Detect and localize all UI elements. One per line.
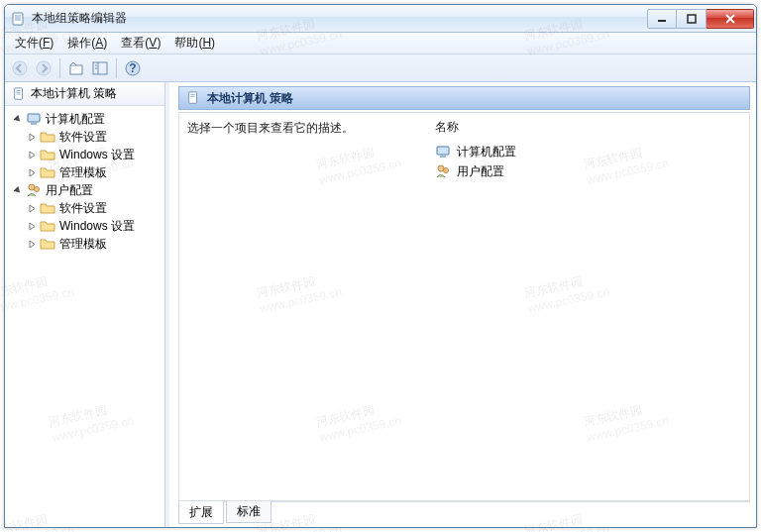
- tree-label: Windows 设置: [57, 147, 137, 163]
- tree-label: 软件设置: [57, 129, 109, 146]
- expand-icon[interactable]: [27, 132, 38, 143]
- computer-icon: [435, 144, 451, 160]
- tree-label: 用户配置: [44, 182, 95, 199]
- tree-root-label: 本地计算机 策略: [31, 85, 117, 102]
- menu-help[interactable]: 帮助(H): [168, 33, 221, 53]
- svg-point-33: [444, 168, 449, 173]
- name-column: 名称 计算机配置 用户配置: [435, 119, 516, 494]
- folder-icon: [40, 147, 55, 162]
- show-hide-tree-button[interactable]: [89, 57, 111, 79]
- svg-point-11: [37, 61, 51, 75]
- column-header-name[interactable]: 名称: [435, 119, 516, 136]
- window-title: 本地组策略编辑器: [32, 10, 647, 27]
- tree-node-windows-settings[interactable]: Windows 设置: [7, 217, 163, 235]
- tree-node-computer-config[interactable]: 计算机配置: [7, 110, 163, 128]
- expand-icon[interactable]: [27, 150, 38, 160]
- tree-label: 软件设置: [57, 200, 109, 217]
- folder-icon: [40, 218, 55, 234]
- expand-icon[interactable]: [27, 221, 38, 232]
- tree-pane: 本地计算机 策略 计算机配置 软件设置: [5, 82, 165, 527]
- tree-node-windows-settings[interactable]: Windows 设置: [7, 146, 163, 163]
- tree-label: Windows 设置: [57, 218, 137, 235]
- back-button[interactable]: [9, 57, 31, 79]
- collapse-icon[interactable]: [13, 114, 24, 125]
- svg-point-10: [13, 61, 27, 75]
- folder-icon: [40, 236, 55, 252]
- toolbar-separator: [116, 58, 117, 78]
- svg-rect-30: [437, 147, 449, 155]
- description-hint: 选择一个项目来查看它的描述。: [187, 119, 395, 137]
- folder-icon: [40, 200, 55, 216]
- svg-rect-24: [31, 123, 37, 125]
- folder-icon: [40, 164, 55, 180]
- close-button[interactable]: [707, 9, 754, 29]
- titlebar: 本地组策略编辑器: [5, 5, 756, 33]
- client-area: 本地计算机 策略 计算机配置 软件设置: [5, 82, 756, 527]
- up-folder-button[interactable]: [65, 57, 87, 79]
- user-icon: [435, 163, 451, 179]
- detail-pane: 本地计算机 策略 选择一个项目来查看它的描述。 名称 计算机配置 用户配置: [169, 82, 756, 527]
- svg-rect-31: [440, 156, 446, 158]
- menu-file[interactable]: 文件(F): [9, 33, 59, 53]
- expand-icon[interactable]: [27, 167, 38, 178]
- tree-header[interactable]: 本地计算机 策略: [5, 82, 164, 106]
- expand-icon[interactable]: [27, 239, 38, 250]
- document-icon: [185, 90, 201, 106]
- toolbar-separator: [59, 58, 60, 78]
- svg-rect-7: [688, 15, 696, 23]
- forward-button[interactable]: [33, 57, 54, 79]
- app-icon: [11, 11, 27, 27]
- tab-standard[interactable]: 标准: [226, 501, 272, 523]
- user-icon: [26, 182, 42, 198]
- tree-node-admin-templates[interactable]: 管理模板: [7, 163, 163, 181]
- app-window: 本地组策略编辑器 文件(F) 操作(A) 查看(V) 帮助(H) ? 本地计算机…: [4, 4, 757, 528]
- menu-action[interactable]: 操作(A): [61, 33, 113, 53]
- svg-text:?: ?: [129, 61, 136, 75]
- tree-node-user-config[interactable]: 用户配置: [7, 181, 163, 199]
- collapse-icon[interactable]: [13, 185, 24, 196]
- svg-rect-12: [70, 65, 82, 74]
- maximize-button[interactable]: [677, 9, 707, 29]
- menu-view[interactable]: 查看(V): [115, 33, 166, 53]
- document-icon: [11, 86, 27, 102]
- toolbar: ?: [5, 54, 756, 82]
- description-column: 选择一个项目来查看它的描述。: [187, 119, 395, 494]
- tree-label: 计算机配置: [44, 111, 107, 128]
- detail-body: 选择一个项目来查看它的描述。 名称 计算机配置 用户配置: [178, 112, 750, 501]
- list-item-computer-config[interactable]: 计算机配置: [435, 142, 516, 161]
- tree-label: 管理模板: [57, 236, 109, 253]
- svg-point-26: [35, 187, 40, 192]
- menubar: 文件(F) 操作(A) 查看(V) 帮助(H): [5, 33, 756, 54]
- detail-header: 本地计算机 策略: [178, 86, 750, 110]
- minimize-button[interactable]: [647, 9, 677, 29]
- tree-node-software-settings[interactable]: 软件设置: [7, 128, 163, 146]
- list-item-label: 用户配置: [457, 163, 504, 180]
- computer-icon: [26, 111, 42, 127]
- detail-title: 本地计算机 策略: [207, 90, 293, 107]
- tree-node-admin-templates[interactable]: 管理模板: [7, 235, 163, 253]
- folder-icon: [40, 129, 55, 145]
- svg-rect-2: [13, 13, 23, 25]
- tabstrip: 扩展 标准: [178, 501, 750, 523]
- tab-extended[interactable]: 扩展: [178, 501, 224, 524]
- expand-icon[interactable]: [27, 203, 38, 214]
- tree-body: 计算机配置 软件设置 Windows 设置: [5, 106, 164, 527]
- tree-node-software-settings[interactable]: 软件设置: [7, 199, 163, 217]
- tree-label: 管理模板: [57, 164, 109, 181]
- svg-rect-27: [189, 92, 197, 103]
- svg-rect-23: [28, 114, 40, 122]
- list-item-label: 计算机配置: [457, 144, 516, 160]
- list-item-user-config[interactable]: 用户配置: [435, 161, 516, 181]
- window-controls: [647, 9, 754, 29]
- help-button[interactable]: ?: [122, 57, 144, 79]
